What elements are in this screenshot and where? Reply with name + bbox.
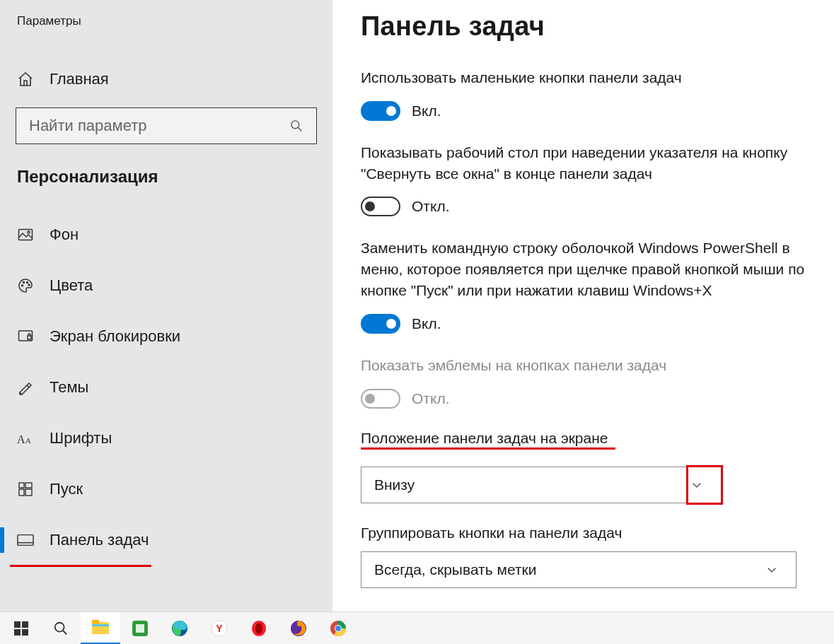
sidebar-item-start[interactable]: Пуск [0,464,332,515]
yandex-button[interactable]: Y [199,612,239,645]
category-title: Персонализация [0,167,332,187]
svg-rect-24 [92,624,109,626]
setting-label: Использовать маленькие кнопки панели зад… [361,67,810,88]
setting-label: Группировать кнопки на панели задач [361,525,810,541]
app-icon[interactable] [120,612,160,645]
svg-rect-17 [14,621,21,628]
opera-button[interactable] [239,612,279,645]
svg-point-2 [28,231,30,233]
home-button[interactable]: Главная [0,64,332,95]
home-label: Главная [50,70,109,88]
start-button[interactable] [1,612,41,645]
setting-combine: Группировать кнопки на панели задач Всег… [361,525,810,588]
svg-rect-18 [22,621,28,628]
search-placeholder: Найти параметр [29,117,146,135]
sidebar-item-lockscreen[interactable]: Экран блокировки [0,311,332,362]
taskbar-icon [17,533,34,547]
toggle-powershell[interactable] [361,314,400,334]
svg-rect-26 [136,624,144,633]
highlight-underline [10,565,151,567]
svg-rect-23 [92,620,99,623]
setting-peek-desktop: Показывать рабочий стол при наведении ук… [361,142,810,217]
dropdown-value: Всегда, скрывать метки [374,561,536,578]
toggle-state-label: Откл. [412,390,449,407]
setting-position: Положение панели задач на экране Внизу [361,430,810,503]
sidebar-item-label: Панель задач [50,531,149,549]
toggle-state-label: Вкл. [412,103,441,119]
svg-rect-12 [25,483,32,488]
sidebar-item-colors[interactable]: Цвета [0,260,332,311]
svg-rect-22 [92,622,109,634]
dropdown-combine[interactable]: Всегда, скрывать метки [361,551,797,588]
sidebar-item-themes[interactable]: Темы [0,362,332,413]
sidebar-item-label: Цвета [50,276,93,295]
setting-label: Заменить командную строку оболочкой Wind… [361,238,810,300]
svg-rect-13 [19,489,24,496]
svg-text:A: A [25,436,31,445]
sidebar: Параметры Главная Найти параметр Персона… [0,0,332,611]
sidebar-item-taskbar[interactable]: Панель задач [0,515,332,566]
highlight-underline [361,447,615,450]
themes-icon [17,379,34,396]
picture-icon [17,226,34,243]
search-button[interactable] [41,612,81,645]
dropdown-position[interactable]: Внизу [361,467,722,503]
svg-rect-15 [18,535,33,546]
svg-point-5 [27,282,28,283]
svg-text:Y: Y [216,623,223,634]
sidebar-item-background[interactable]: Фон [0,209,332,260]
toggle-small-buttons[interactable] [361,101,400,121]
sidebar-item-label: Экран блокировки [50,327,180,346]
svg-point-31 [255,623,262,634]
svg-point-21 [55,622,64,631]
setting-small-buttons: Использовать маленькие кнопки панели зад… [361,67,810,121]
lockscreen-icon [17,328,34,345]
fonts-icon: A A [17,431,34,446]
svg-point-35 [335,626,341,631]
sidebar-item-label: Пуск [50,480,83,498]
chevron-down-icon [758,556,786,584]
file-explorer-button[interactable] [81,612,120,645]
page-title: Панель задач [361,11,810,42]
svg-text:A: A [17,433,25,445]
setting-label: Положение панели задач на экране [361,430,608,447]
svg-rect-14 [25,489,32,496]
svg-point-4 [23,282,25,283]
sidebar-item-label: Темы [50,378,88,397]
sidebar-item-label: Шрифты [50,429,112,447]
sidebar-item-fonts[interactable]: A A Шрифты [0,413,332,464]
toggle-state-label: Вкл. [412,315,441,332]
setting-label: Показывать рабочий стол при наведении ук… [361,142,810,185]
start-icon [17,481,34,497]
svg-point-6 [28,284,30,286]
palette-icon [17,277,34,294]
setting-powershell: Заменить командную строку оболочкой Wind… [361,238,810,333]
toggle-state-label: Откл. [412,198,449,215]
home-icon [17,71,34,88]
firefox-button[interactable] [279,612,318,645]
toggle-peek-desktop[interactable] [361,197,400,216]
app-title: Параметры [0,14,332,28]
svg-point-0 [291,121,299,129]
search-input[interactable]: Найти параметр [16,107,317,144]
sidebar-item-label: Фон [50,226,79,244]
setting-badges: Показать эмблемы на кнопках панели задач… [361,355,810,409]
chevron-down-icon [683,471,711,499]
search-icon [289,119,303,133]
svg-rect-8 [28,336,31,339]
edge-button[interactable] [160,612,199,645]
svg-point-3 [22,285,23,286]
svg-rect-11 [19,483,24,488]
taskbar: Y [0,611,834,644]
main-panel: Панель задач Использовать маленькие кноп… [332,0,834,611]
svg-rect-20 [22,629,28,636]
setting-label: Показать эмблемы на кнопках панели задач [361,355,810,376]
svg-rect-19 [14,629,21,636]
dropdown-value: Внизу [374,476,415,493]
chrome-button[interactable] [318,612,358,645]
toggle-badges [361,389,400,409]
